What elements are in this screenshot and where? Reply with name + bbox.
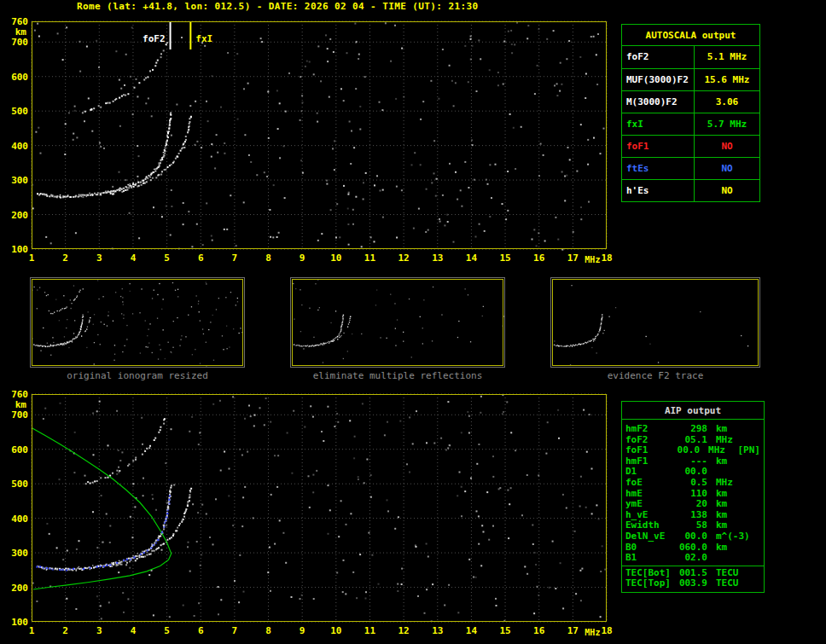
plot-main: 123456789101112131415161718MHz1002003004… bbox=[11, 16, 613, 264]
noise-echoes bbox=[293, 279, 504, 363]
x-tick-label: 14 bbox=[466, 625, 478, 636]
y-tick-label: 400 bbox=[11, 141, 28, 152]
aip-row-TEC[Top]: TEC[Top]003.9TECU bbox=[622, 578, 764, 589]
param-name: TEC[Top] bbox=[622, 578, 675, 589]
param-unit: km bbox=[707, 542, 748, 554]
plot-thumb-f2 bbox=[553, 280, 759, 366]
x-tick-label: 8 bbox=[265, 252, 271, 264]
plot-restored: 123456789101112131415161718MHz1002003004… bbox=[11, 389, 613, 637]
autoscala-row-h'Es: h'EsNO bbox=[622, 179, 759, 201]
param-value: NO bbox=[694, 158, 759, 179]
noise-echoes bbox=[554, 285, 748, 366]
param-name: foE bbox=[622, 478, 675, 489]
x-tick-label: 3 bbox=[96, 625, 102, 636]
x-tick-label: 18 bbox=[601, 625, 612, 636]
param-value: 0.5 bbox=[675, 478, 707, 489]
x-tick-label: 5 bbox=[164, 625, 170, 636]
x-axis-unit-label: MHz bbox=[585, 628, 600, 637]
trace-F2-trace-x-mode bbox=[322, 316, 351, 346]
y-axis-unit-label: km bbox=[15, 26, 27, 38]
x-tick-label: 4 bbox=[131, 625, 137, 636]
thumbnail-caption-eliminate: eliminate multiple reflections bbox=[290, 370, 505, 381]
noise-echoes bbox=[32, 394, 606, 622]
param-name: MUF(3000)F2 bbox=[622, 69, 694, 90]
param-name: foF1 bbox=[622, 136, 694, 157]
trace-F2-trace-x-mode bbox=[110, 116, 192, 195]
x-axis-unit-label: MHz bbox=[585, 255, 600, 264]
y-tick-label: 700 bbox=[11, 37, 28, 48]
x-tick-label: 12 bbox=[398, 625, 409, 636]
param-value: 003.9 bbox=[675, 578, 707, 589]
param-value: 5.1 MHz bbox=[694, 46, 759, 68]
param-value: 00.0 bbox=[675, 531, 707, 542]
param-name: foF1 bbox=[622, 445, 671, 456]
aip-row-DelN_vE: DelN_vE00.0m^(-3) bbox=[622, 531, 764, 542]
grid-lines bbox=[32, 394, 607, 622]
trace-second-hop-reflection bbox=[50, 290, 80, 315]
trace-F2-trace-o-mode bbox=[37, 484, 172, 571]
param-unit: MHz bbox=[700, 445, 737, 456]
param-unit: m^(-3) bbox=[707, 531, 748, 542]
plot-frame bbox=[293, 280, 503, 366]
x-tick-label: 16 bbox=[533, 625, 545, 636]
param-unit: km bbox=[707, 456, 748, 467]
param-unit: km bbox=[707, 510, 748, 521]
station-date-title: Rome (lat: +41.8, lon: 012.5) - DATE: 20… bbox=[77, 1, 479, 12]
aip-row-foF1: foF100.0MHz[PN] bbox=[622, 445, 764, 456]
trace-F2-trace-o-mode bbox=[294, 315, 344, 347]
x-tick-label: 10 bbox=[330, 252, 341, 264]
trace-F2-trace-x-mode bbox=[61, 317, 91, 345]
param-unit: km bbox=[707, 424, 748, 435]
trace-F2-trace-x-mode bbox=[109, 488, 192, 567]
param-value: NO bbox=[694, 136, 759, 157]
x-tick-label: 9 bbox=[300, 252, 305, 264]
x-tick-label: 6 bbox=[198, 625, 204, 636]
x-tick-label: 6 bbox=[198, 252, 204, 264]
x-tick-label: 15 bbox=[499, 252, 510, 264]
aip-output-panel: AIP output hmF2298kmfoF205.1MHzfoF100.0M… bbox=[621, 401, 765, 593]
param-name: ymE bbox=[622, 499, 675, 510]
x-tick-label: 13 bbox=[432, 252, 443, 264]
trace-F2-trace-o-mode bbox=[37, 112, 172, 198]
y-tick-label: 500 bbox=[11, 106, 28, 117]
y-tick-label: 600 bbox=[11, 72, 28, 83]
autoscala-panel-title: AUTOSCALA output bbox=[622, 25, 759, 46]
x-tick-label: 7 bbox=[232, 252, 238, 264]
param-name: DelN_vE bbox=[622, 531, 675, 542]
x-tick-label: 4 bbox=[131, 252, 137, 264]
noise-echoes bbox=[32, 280, 243, 366]
thumbnail-f2-plot bbox=[551, 278, 759, 367]
param-unit: TECU bbox=[707, 578, 748, 589]
param-value: 298 bbox=[675, 424, 707, 435]
autoscala-row-MUF(3000)F2: MUF(3000)F215.6 MHz bbox=[622, 68, 759, 90]
plot-frame bbox=[553, 280, 759, 366]
autoscala-row-fxI: fxI5.7 MHz bbox=[622, 113, 759, 135]
thumbnail-original-ionogram bbox=[30, 277, 245, 368]
param-name: B1 bbox=[622, 553, 675, 564]
autoscala-row-M(3000)F2: M(3000)F23.06 bbox=[622, 90, 759, 113]
param-unit: km bbox=[707, 499, 748, 510]
grid-lines bbox=[32, 21, 607, 249]
autoscala-row-foF2: foF25.1 MHz bbox=[622, 46, 759, 68]
trace-F2-trace-x-mode bbox=[580, 316, 610, 345]
y-tick-label: 100 bbox=[11, 244, 28, 255]
x-tick-label: 2 bbox=[62, 252, 68, 264]
param-unit: MHz bbox=[707, 478, 748, 489]
aip-row-hmE: hmE110km bbox=[622, 489, 764, 500]
aip-rows: hmF2298kmfoF205.1MHzfoF100.0MHz[PN]hmF1-… bbox=[622, 420, 764, 566]
param-note: [PN] bbox=[738, 445, 765, 456]
param-name: foF2 bbox=[622, 46, 694, 68]
plot-thumb-full bbox=[32, 280, 243, 367]
y-tick-label: 200 bbox=[11, 583, 28, 594]
noise-echoes bbox=[32, 22, 604, 251]
x-tick-label: 1 bbox=[29, 252, 35, 264]
y-tick-label: 200 bbox=[11, 210, 28, 221]
x-tick-label: 13 bbox=[432, 625, 443, 636]
aip-row-foE: foE0.5MHz bbox=[622, 478, 764, 489]
thumbnail-f2-trace bbox=[550, 277, 760, 368]
y-tick-label: 700 bbox=[11, 409, 28, 421]
autoscala-output-panel: AUTOSCALA output foF25.1 MHzMUF(3000)F21… bbox=[621, 24, 760, 202]
y-tick-label: 100 bbox=[11, 617, 28, 628]
restored-trace-dots bbox=[36, 495, 171, 571]
trace-second-hop-reflection bbox=[82, 42, 168, 113]
